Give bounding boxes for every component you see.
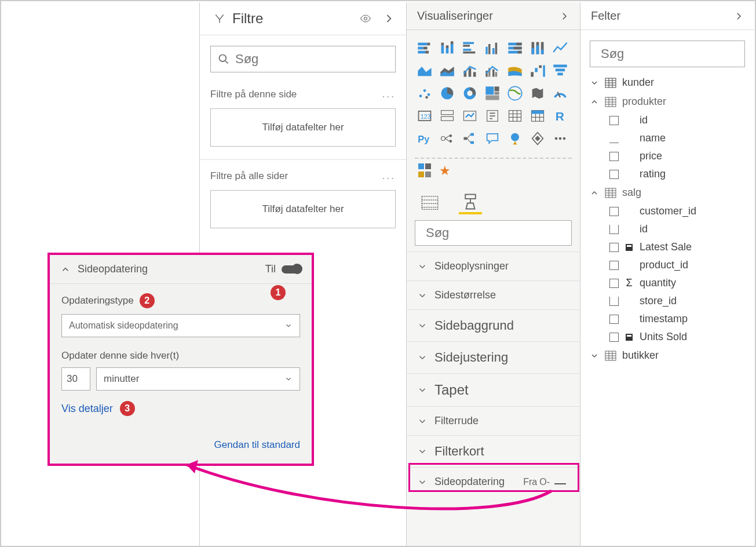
line-clustered-icon[interactable] xyxy=(483,61,502,81)
powerapps-icon[interactable] xyxy=(528,129,547,148)
field-label: id xyxy=(640,223,648,235)
section-page-size[interactable]: Sidestørrelse xyxy=(407,280,580,309)
toggle-off-icon[interactable]: O- xyxy=(539,477,550,487)
viz-search[interactable] xyxy=(415,220,572,246)
field-price[interactable]: price xyxy=(580,147,754,165)
more-icon[interactable]: ... xyxy=(382,89,396,100)
decomposition-icon[interactable] xyxy=(460,129,480,148)
pie-icon[interactable] xyxy=(437,83,457,103)
qa-icon[interactable] xyxy=(483,129,502,148)
star-icon[interactable]: ★ xyxy=(439,163,451,178)
section-label: Filterkort xyxy=(434,444,484,459)
field-customer-id[interactable]: customer_id xyxy=(580,202,754,220)
more-visuals-icon[interactable] xyxy=(550,129,570,148)
table-produkter[interactable]: produkter xyxy=(580,92,754,111)
table-salg[interactable]: salg xyxy=(580,183,754,202)
chevron-right-icon[interactable] xyxy=(733,11,744,21)
svg-rect-44 xyxy=(543,65,545,77)
python-visual-icon[interactable]: Py xyxy=(415,129,434,148)
hundred-bar-icon[interactable] xyxy=(505,38,525,58)
svg-rect-17 xyxy=(463,52,475,54)
interval-unit-select[interactable]: minutter xyxy=(96,367,300,391)
filters-search-input[interactable] xyxy=(235,52,395,67)
matrix-icon[interactable] xyxy=(528,106,547,126)
line-chart-icon[interactable] xyxy=(550,38,570,58)
line-column-icon[interactable] xyxy=(460,61,480,81)
chevron-right-icon[interactable] xyxy=(559,11,569,21)
svg-point-72 xyxy=(450,134,452,137)
svg-rect-76 xyxy=(470,141,474,144)
interval-value-input[interactable]: 30 xyxy=(61,367,90,391)
r-visual-icon[interactable]: R xyxy=(550,106,570,126)
field-id[interactable]: id xyxy=(580,111,754,129)
field-store-id[interactable]: store_id xyxy=(580,292,754,310)
slicer-icon[interactable] xyxy=(483,106,502,126)
section-filter-card[interactable]: Filterkort xyxy=(407,435,580,467)
refresh-type-select[interactable]: Automatisk sideopdatering xyxy=(61,314,300,337)
viz-search-input[interactable] xyxy=(426,225,585,240)
fields-search-input[interactable] xyxy=(601,46,756,61)
field-units-sold[interactable]: Units Sold xyxy=(580,328,754,346)
field-product-id[interactable]: product_id xyxy=(580,256,754,274)
scatter-icon[interactable] xyxy=(415,83,434,103)
hundred-column-icon[interactable] xyxy=(528,38,547,58)
custom-visuals-icon[interactable] xyxy=(418,163,431,178)
field-quantity[interactable]: Σquantity xyxy=(580,274,754,292)
filled-map-icon[interactable] xyxy=(528,83,547,103)
stacked-area-icon[interactable] xyxy=(437,61,457,81)
svg-point-73 xyxy=(450,140,452,143)
map-icon[interactable] xyxy=(505,83,525,103)
svg-rect-42 xyxy=(535,68,538,72)
treemap-icon[interactable] xyxy=(483,83,502,103)
stacked-column-icon[interactable] xyxy=(437,38,457,58)
table-kunder[interactable]: kunder xyxy=(580,73,754,92)
toggle-track[interactable] xyxy=(554,480,569,484)
table-icon[interactable] xyxy=(505,106,525,126)
waterfall-icon[interactable] xyxy=(528,61,547,81)
stacked-bar-icon[interactable] xyxy=(415,38,434,58)
show-details-link[interactable]: Vis detaljer 3 xyxy=(61,401,300,416)
callout-header[interactable]: Sideopdatering Til xyxy=(50,255,312,284)
clustered-column-icon[interactable] xyxy=(483,38,502,58)
filters-search[interactable] xyxy=(210,46,396,72)
field-label: quantity xyxy=(640,277,676,289)
section-page-bg[interactable]: Sidebaggrund xyxy=(407,309,580,341)
gauge-icon[interactable] xyxy=(550,83,570,103)
kpi-icon[interactable] xyxy=(460,106,480,126)
funnel-chart-icon[interactable] xyxy=(550,61,570,81)
page-filters-dropzone[interactable]: Tilføj datafelter her xyxy=(210,108,396,147)
field-salg-id[interactable]: id xyxy=(580,220,754,238)
field-rating[interactable]: rating xyxy=(580,165,754,183)
format-tab[interactable] xyxy=(459,191,482,214)
donut-icon[interactable] xyxy=(460,83,480,103)
toggle-on[interactable] xyxy=(282,265,301,274)
ribbon-chart-icon[interactable] xyxy=(505,61,525,81)
svg-rect-13 xyxy=(451,41,454,44)
reset-to-default-link[interactable]: Gendan til standard xyxy=(61,439,300,458)
multirow-card-icon[interactable] xyxy=(437,106,457,126)
section-page-info[interactable]: Sideoplysninger xyxy=(407,251,580,280)
filters-header: Filtre xyxy=(200,2,406,35)
field-latest-sale[interactable]: Latest Sale xyxy=(580,238,754,256)
section-wallpaper[interactable]: Tapet xyxy=(407,373,580,406)
section-filter-pane[interactable]: Filterrude xyxy=(407,406,580,435)
section-page-refresh[interactable]: Sideopdatering Fra O- xyxy=(407,467,580,496)
field-name[interactable]: name xyxy=(580,129,754,147)
section-page-align[interactable]: Sidejustering xyxy=(407,341,580,373)
more-icon[interactable]: ... xyxy=(382,170,396,182)
key-influencers-icon[interactable] xyxy=(437,129,457,148)
field-timestamp[interactable]: timestamp xyxy=(580,310,754,328)
section-label: Sidestørrelse xyxy=(434,289,496,301)
chevron-right-icon[interactable] xyxy=(383,13,395,24)
area-chart-icon[interactable] xyxy=(415,61,434,81)
svg-rect-35 xyxy=(469,68,472,76)
card-icon[interactable]: 123 xyxy=(415,106,434,126)
all-pages-dropzone[interactable]: Tilføj datafelter her xyxy=(210,190,396,228)
fields-tab[interactable] xyxy=(418,191,441,214)
table-butikker[interactable]: butikker xyxy=(580,346,754,365)
svg-rect-15 xyxy=(463,45,470,47)
clustered-bar-icon[interactable] xyxy=(460,38,480,58)
arcgis-icon[interactable] xyxy=(505,129,525,148)
fields-search[interactable] xyxy=(590,41,745,67)
eye-icon[interactable] xyxy=(360,13,371,24)
